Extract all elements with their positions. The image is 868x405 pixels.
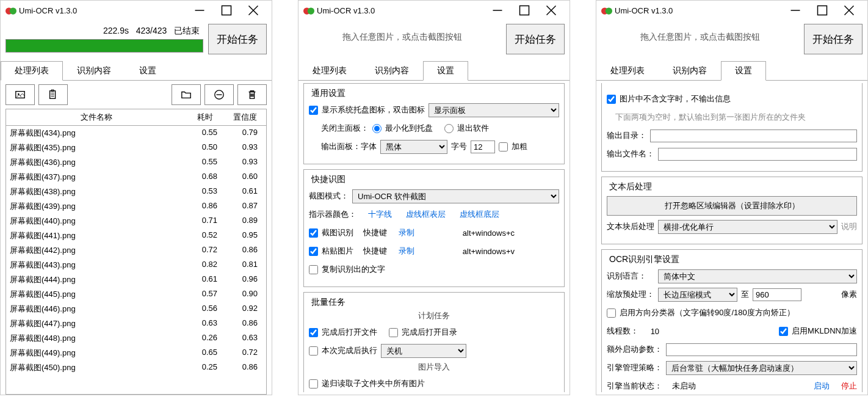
table-row[interactable]: 屏幕截图(446).png0.560.92 [6, 302, 266, 316]
start-task-button[interactable]: 开始任务 [208, 24, 267, 54]
file-name: 屏幕截图(438).png [10, 186, 188, 197]
copy-text-checkbox[interactable] [309, 265, 318, 274]
svg-point-16 [308, 7, 314, 14]
block-post-select[interactable]: 横排-优化单行 [658, 220, 837, 234]
svg-rect-24 [818, 6, 827, 15]
file-name: 屏幕截图(441).png [10, 230, 188, 241]
minimize-button[interactable] [484, 1, 511, 20]
header-conf: 置信度 [223, 112, 266, 123]
remove-button[interactable] [204, 84, 234, 105]
table-row[interactable]: 屏幕截图(449).png0.650.72 [6, 346, 266, 360]
tab-content[interactable]: 识别内容 [63, 61, 125, 81]
tab-settings[interactable]: 设置 [423, 61, 468, 81]
file-conf: 0.96 [225, 274, 262, 285]
lang-select[interactable]: 简体中文 [658, 269, 857, 283]
table-row[interactable]: 屏幕截图(445).png0.570.90 [6, 287, 266, 302]
engine-stop-link[interactable]: 停止 [841, 381, 857, 392]
table-row[interactable]: 屏幕截图(447).png0.630.86 [6, 316, 266, 331]
minimize-button[interactable] [782, 1, 809, 20]
record-hotkey-2[interactable]: 录制 [399, 246, 414, 257]
maximize-button[interactable] [511, 1, 538, 20]
paste-img-checkbox[interactable] [309, 247, 318, 256]
table-row[interactable]: 屏幕截图(448).png0.260.63 [6, 331, 266, 346]
engine-mgmt-select[interactable]: 后台常驻（大幅加快任务启动速度） [666, 361, 857, 375]
close-button[interactable] [538, 1, 565, 20]
tab-list[interactable]: 处理列表 [298, 61, 361, 81]
tab-content[interactable]: 识别内容 [361, 61, 423, 81]
ignore-region-button[interactable]: 打开忽略区域编辑器（设置排除水印） [607, 196, 857, 216]
dash-bottom-link[interactable]: 虚线框底层 [460, 209, 499, 220]
delete-button[interactable] [237, 84, 267, 105]
file-conf: 0.63 [225, 333, 262, 344]
table-row[interactable]: 屏幕截图(441).png0.520.95 [6, 228, 266, 243]
file-conf: 0.86 [225, 362, 262, 373]
file-name: 屏幕截图(449).png [10, 348, 188, 359]
table-row[interactable]: 屏幕截图(444).png0.610.96 [6, 272, 266, 287]
screenshot-button[interactable] [5, 84, 35, 105]
table-row[interactable]: 屏幕截图(440).png0.710.89 [6, 214, 266, 228]
table-row[interactable]: 屏幕截图(437).png0.680.60 [6, 170, 266, 184]
table-row[interactable]: 屏幕截图(442).png0.720.86 [6, 243, 266, 258]
file-name: 屏幕截图(447).png [10, 318, 188, 329]
tab-list[interactable]: 处理列表 [596, 61, 659, 81]
after-action-checkbox[interactable] [309, 346, 318, 356]
desc-link[interactable]: 说明 [841, 221, 857, 232]
post-process-group: 文本后处理 打开忽略区域编辑器（设置排除水印） 文本块后处理 横排-优化单行 说… [601, 177, 863, 244]
open-folder-button[interactable] [172, 84, 201, 105]
table-body[interactable]: 屏幕截图(434).png0.550.79屏幕截图(435).png0.500.… [5, 126, 267, 395]
close-button[interactable] [240, 1, 267, 20]
table-row[interactable]: 屏幕截图(450).png0.250.86 [6, 360, 266, 375]
dir-classifier-checkbox[interactable] [607, 308, 616, 318]
show-tray-checkbox[interactable] [309, 106, 318, 115]
tab-content[interactable]: 识别内容 [659, 61, 721, 81]
after-action-select[interactable]: 关机 [381, 344, 466, 358]
tab-list[interactable]: 处理列表 [1, 61, 63, 81]
output-file-input[interactable] [658, 148, 857, 161]
crosshair-link[interactable]: 十字线 [368, 209, 392, 220]
tab-settings[interactable]: 设置 [721, 61, 766, 81]
table-row[interactable]: 屏幕截图(436).png0.550.93 [6, 155, 266, 170]
app-title: Umi-OCR v1.3.0 [317, 6, 484, 15]
font-select[interactable]: 黑体 [380, 140, 447, 154]
extra-args-input[interactable] [666, 343, 857, 356]
paste-button[interactable] [38, 84, 68, 105]
record-hotkey-1[interactable]: 录制 [399, 227, 414, 238]
start-task-button[interactable]: 开始任务 [506, 24, 565, 54]
tabs: 处理列表 识别内容 设置 [1, 60, 272, 81]
no-text-checkbox[interactable] [607, 95, 616, 104]
capture-mode-select[interactable]: Umi-OCR 软件截图 [352, 189, 559, 203]
table-row[interactable]: 屏幕截图(443).png0.820.81 [6, 258, 266, 272]
tab-settings[interactable]: 设置 [125, 61, 170, 81]
recurse-checkbox[interactable] [309, 379, 318, 389]
font-size-input[interactable] [471, 140, 495, 153]
window-3: Umi-OCR v1.3.0 拖入任意图片，或点击截图按钮 开始任务 处理列表 … [596, 0, 868, 395]
engine-state: 未启动 [672, 381, 696, 392]
table-row[interactable]: 屏幕截图(439).png0.860.87 [6, 199, 266, 214]
bold-checkbox[interactable] [499, 142, 508, 151]
mkldnn-checkbox[interactable] [779, 327, 788, 336]
dash-top-link[interactable]: 虚线框表层 [406, 209, 446, 220]
file-table: 文件名称 耗时 置信度 屏幕截图(434).png0.550.79屏幕截图(43… [1, 109, 272, 395]
minimize-radio[interactable] [372, 124, 382, 133]
tray-action-select[interactable]: 显示面板 [429, 103, 559, 117]
threads-input[interactable] [648, 326, 685, 337]
output-dir-input[interactable] [650, 130, 857, 142]
table-row[interactable]: 屏幕截图(434).png0.550.79 [6, 126, 266, 140]
table-row[interactable]: 屏幕截图(438).png0.530.61 [6, 184, 266, 199]
start-task-button[interactable]: 开始任务 [804, 24, 863, 54]
open-file-checkbox[interactable] [309, 328, 318, 337]
close-button[interactable] [836, 1, 863, 20]
exit-radio[interactable] [444, 124, 454, 133]
maximize-button[interactable] [809, 1, 836, 20]
file-time: 0.57 [188, 289, 225, 300]
scale-mode-select[interactable]: 长边压缩模式 [658, 288, 737, 302]
scale-value-input[interactable] [753, 288, 801, 301]
open-dir-checkbox[interactable] [389, 328, 398, 337]
minimize-button[interactable] [186, 1, 213, 20]
engine-start-link[interactable]: 启动 [814, 381, 830, 392]
file-conf: 0.61 [225, 186, 262, 197]
capture-ocr-checkbox[interactable] [309, 228, 318, 238]
table-row[interactable]: 屏幕截图(435).png0.500.93 [6, 140, 266, 155]
maximize-button[interactable] [213, 1, 240, 20]
general-settings-group: 通用设置 显示系统托盘图标，双击图标 显示面板 关闭主面板： 最小化到托盘 退出… [303, 83, 565, 164]
